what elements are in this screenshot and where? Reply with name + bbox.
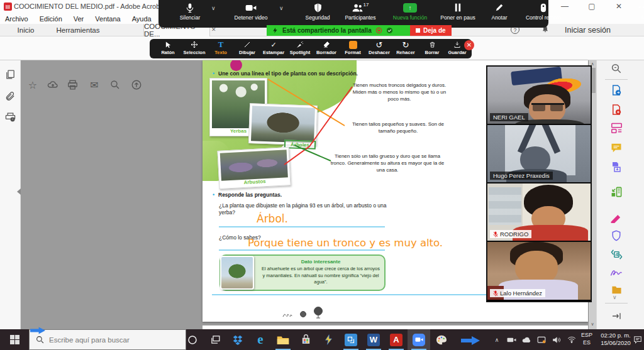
organize-pages-icon[interactable] [608, 185, 625, 199]
video-chevron-icon[interactable]: ∨ [279, 5, 284, 11]
menu-ventana[interactable]: Ventana [95, 15, 120, 23]
participant-video-strip: NERI GAEL Hugo Perez Praxedis RODRIGO La… [486, 65, 592, 302]
screen-mirror-app-icon[interactable] [340, 329, 362, 350]
combine-files-icon[interactable] [608, 160, 625, 173]
certificates-icon[interactable] [608, 266, 625, 280]
drawn-arrow-annotation [461, 336, 480, 345]
undo-button[interactable]: ↺ Deshacer [366, 40, 392, 55]
zoom-app-icon[interactable] [408, 329, 430, 350]
compress-pdf-icon[interactable] [608, 248, 625, 261]
stop-video-button[interactable]: Detener video [229, 2, 273, 21]
draw-tool-button[interactable]: Dibujar [234, 40, 260, 55]
page-thumbnails-icon[interactable] [5, 69, 16, 80]
participant-video-tile[interactable]: NERI GAEL [487, 67, 591, 125]
eraser-tool-button[interactable]: Borrador [313, 40, 340, 55]
file-explorer-icon[interactable] [272, 329, 294, 350]
attachments-icon[interactable] [5, 90, 16, 101]
stamp-tool-button[interactable]: ✓ Estampar [260, 40, 287, 55]
taskbar-search[interactable] [29, 329, 186, 350]
action-center-icon[interactable] [631, 329, 644, 350]
stop-share-button[interactable]: Deja de [410, 25, 452, 36]
answer-2-annotation: Porque tiene un tronco y es muy alto. [248, 237, 443, 249]
select-tool-button[interactable]: Seleccion [181, 40, 208, 55]
start-button[interactable] [0, 329, 29, 350]
remote-control-button[interactable]: Control remoto [518, 2, 569, 21]
cloud-upload-icon[interactable] [47, 79, 59, 92]
onedrive-icon[interactable] [519, 329, 533, 350]
text-tool-button[interactable]: T Texto [208, 40, 234, 55]
more-tools-chevron-icon[interactable]: ∨ [613, 294, 617, 300]
security-button[interactable]: Seguridad [298, 2, 337, 21]
export-pdf-icon[interactable] [608, 83, 625, 97]
task-view-icon[interactable] [204, 329, 226, 350]
participant-video-tile[interactable]: Lalo Hernández [487, 242, 591, 300]
page-up-icon[interactable] [131, 79, 143, 92]
hidden-icons-chevron[interactable]: ∧ [491, 329, 503, 350]
spotlight-tool-button[interactable]: Spotlight [287, 40, 313, 55]
close-button[interactable]: ✕ [609, 0, 628, 13]
close-annotation-toolbar-icon[interactable]: ✕ [464, 40, 474, 50]
menu-ayuda[interactable]: Ayuda [132, 15, 152, 23]
new-feature-button[interactable]: ↑ Nueva función [386, 2, 434, 21]
network-icon[interactable] [565, 329, 579, 350]
format-tool-button[interactable]: Format [340, 40, 366, 55]
clock[interactable]: 02:20 p. m.15/06/2020 [596, 332, 635, 347]
tray-camera-icon[interactable] [504, 329, 518, 350]
scroll-down-icon[interactable]: ∨ [589, 320, 596, 328]
volume-icon[interactable] [550, 329, 564, 350]
open-tools-pane-icon[interactable] [608, 309, 625, 323]
lightning-app-icon[interactable] [317, 329, 340, 350]
clear-button[interactable]: Borrar [419, 40, 445, 55]
email-icon[interactable]: ✉ [88, 79, 101, 92]
scan-info-icon[interactable] [4, 112, 16, 123]
footer-sketches [282, 306, 329, 319]
print-icon[interactable] [67, 79, 79, 92]
drawn-arrow-annotation [30, 327, 45, 334]
pause-share-button[interactable]: Poner en paus [435, 2, 480, 21]
dropbox-icon[interactable] [226, 329, 249, 350]
collapse-left-panel-icon[interactable] [17, 189, 21, 195]
mute-button[interactable]: Silenciar [172, 2, 208, 21]
more-button[interactable]: •••2 Más [634, 2, 644, 21]
redo-icon: ↻ [392, 40, 419, 49]
microsoft-store-icon[interactable] [294, 329, 317, 350]
comment-icon[interactable] [608, 141, 625, 155]
mic-chevron-icon[interactable]: ∨ [211, 5, 216, 11]
paint3d-icon[interactable] [430, 329, 453, 350]
annotate-button[interactable]: Anotar [483, 2, 516, 21]
fact-text: El ahuehuete es un árbol que crece cerca… [257, 266, 384, 286]
menu-edicion[interactable]: Edición [40, 15, 62, 23]
participant-video-tile[interactable]: Hugo Perez Praxedis [487, 125, 591, 183]
menu-ver[interactable]: Ver [74, 15, 84, 23]
create-pdf-icon[interactable] [608, 102, 625, 116]
participant-video-tile[interactable]: RODRIGO [487, 183, 591, 242]
tab-inicio[interactable]: Inicio [9, 24, 43, 36]
search-icon[interactable] [109, 79, 122, 92]
protect-icon[interactable] [608, 229, 625, 243]
recording-icon[interactable] [375, 27, 382, 34]
edit-pdf-icon[interactable] [608, 121, 625, 134]
edge-icon[interactable]: e [249, 329, 272, 350]
word-icon[interactable]: W [362, 329, 385, 350]
menu-archivo[interactable]: Archivo [5, 15, 28, 23]
zoom-share-icon [272, 27, 279, 34]
sign-in-link[interactable]: Iniciar sesión [565, 26, 611, 35]
maximize-button[interactable]: ▢ [582, 0, 601, 13]
fact-title: Dato interesante [257, 259, 384, 265]
participants-button[interactable]: 17 Participantes [337, 2, 384, 21]
search-input[interactable] [49, 336, 175, 344]
microphone-icon [172, 2, 208, 13]
security-check-icon[interactable] [386, 27, 393, 34]
cortana-icon[interactable] [181, 329, 204, 350]
tab-herramientas[interactable]: Herramientas [48, 24, 108, 36]
zoom-search-tool-icon[interactable] [608, 62, 625, 75]
undo-icon: ↺ [366, 40, 392, 49]
tablet-mode-icon[interactable] [535, 329, 548, 350]
mouse-tool-button[interactable]: Ratón [155, 40, 181, 55]
acrobat-icon[interactable]: A [385, 329, 408, 350]
redo-button[interactable]: ↻ Rehacer [392, 40, 419, 55]
fill-sign-icon[interactable] [608, 211, 625, 225]
share-status: Está compartiendo la pantalla [267, 25, 410, 36]
star-icon[interactable]: ☆ [26, 79, 39, 92]
language-indicator[interactable]: ESPES [579, 332, 595, 346]
